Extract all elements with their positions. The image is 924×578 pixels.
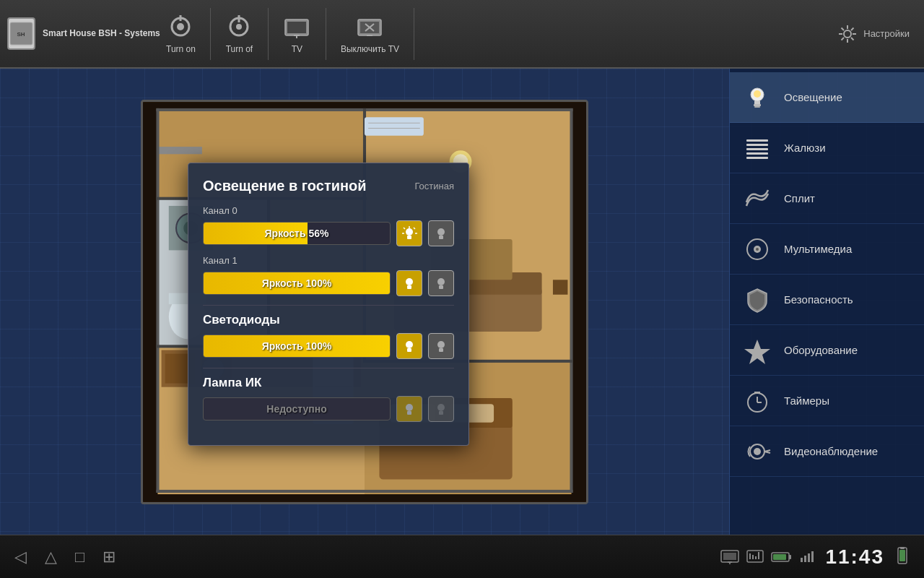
ir-lamp-bar: Недоступно (203, 397, 391, 420)
svg-point-110 (406, 404, 413, 411)
turn-on-icon (167, 14, 193, 40)
tv-off-label: Выключить TV (341, 44, 399, 54)
channel1-bar[interactable]: Яркость 100% (203, 272, 391, 295)
top-bar: SH Smart House BSH - Systems Turn on Tur… (0, 0, 924, 69)
tv-off-icon (357, 14, 383, 40)
leds-on-btn[interactable] (396, 333, 422, 359)
settings-label: Настройки (863, 28, 910, 39)
nav-grid-icon[interactable]: ⊞ (103, 548, 116, 566)
leds-off-btn[interactable] (428, 333, 454, 359)
svg-rect-101 (439, 236, 443, 239)
leds-row: Яркость 100% (203, 333, 454, 359)
popup-title: Освещение в гостиной (203, 178, 367, 194)
turn-off-icon (226, 14, 252, 40)
popup-overlay: Освещение в гостиной Гостиная Канал 0 Яр… (0, 69, 924, 535)
lighting-popup: Освещение в гостиной Гостиная Канал 0 Яр… (188, 163, 469, 446)
svg-line-24 (851, 27, 854, 30)
time-display: 11:43 (825, 545, 884, 569)
svg-point-3 (177, 23, 184, 30)
ir-lamp-status: Недоступно (266, 403, 326, 415)
svg-rect-125 (773, 554, 786, 560)
channel1-on-btn[interactable] (396, 270, 422, 296)
svg-rect-124 (789, 555, 791, 559)
turn-off-button[interactable]: Turn of (211, 8, 269, 60)
popup-divider-1 (203, 305, 454, 306)
svg-rect-111 (407, 411, 411, 415)
nav-recent-icon[interactable]: □ (75, 548, 84, 566)
logo-area: SH Smart House BSH - Systems (7, 17, 152, 50)
channel1-row: Яркость 100% (203, 270, 454, 296)
svg-line-95 (404, 228, 405, 229)
svg-line-98 (414, 228, 415, 229)
ir-lamp-section: Лампа ИК Недоступно (203, 376, 454, 422)
settings-area[interactable]: Настройки (837, 24, 917, 44)
nav-back-icon[interactable]: ◁ (14, 548, 27, 566)
svg-rect-107 (407, 348, 411, 352)
svg-line-22 (842, 27, 845, 30)
svg-line-23 (851, 38, 854, 40)
tv-icon (284, 14, 310, 40)
channel0-brightness: Яркость 56% (265, 228, 329, 239)
leds-bar[interactable]: Яркость 100% (203, 335, 391, 358)
charging-icon (895, 547, 910, 567)
popup-header: Освещение в гостиной Гостиная (203, 178, 454, 194)
svg-text:SH: SH (17, 31, 25, 38)
svg-rect-115 (723, 553, 736, 560)
svg-rect-132 (899, 550, 905, 561)
svg-point-102 (406, 278, 413, 285)
svg-rect-9 (287, 22, 306, 33)
ir-lamp-off-btn[interactable] (428, 396, 454, 422)
bottom-nav: ◁ △ □ ⊞ (14, 548, 116, 566)
channel0-row: Яркость 56% (203, 220, 454, 246)
tv-button[interactable]: TV (269, 8, 326, 60)
svg-rect-105 (439, 285, 443, 289)
ir-lamp-on-btn[interactable] (396, 396, 422, 422)
svg-point-112 (437, 404, 445, 411)
main-wrapper: Освещение Жалюзи (0, 69, 924, 535)
turn-on-button[interactable]: Turn on (152, 8, 211, 60)
screen-status-icon (720, 550, 739, 564)
battery-icon (771, 551, 793, 564)
channel1-label: Канал 1 (203, 255, 454, 266)
tv-off-button[interactable]: Выключить TV (326, 8, 414, 60)
logo-text: Smart House BSH - Systems (43, 27, 160, 40)
svg-rect-109 (439, 348, 443, 352)
channel1-brightness: Яркость 100% (262, 277, 332, 289)
leds-section: Светодиоды Яркость 100% (203, 313, 454, 359)
svg-rect-103 (407, 285, 411, 289)
svg-rect-131 (900, 547, 905, 549)
status-icons (720, 550, 814, 564)
nav-home-icon[interactable]: △ (45, 548, 57, 566)
bottom-right: 11:43 (720, 545, 910, 569)
turn-off-label: Turn of (226, 44, 253, 54)
svg-rect-113 (439, 411, 443, 415)
ir-lamp-heading: Лампа ИК (203, 376, 454, 390)
svg-point-93 (406, 228, 413, 236)
channel1-section: Канал 1 Яркость 100% (203, 255, 454, 296)
channel0-section: Канал 0 Яркость 56% (203, 205, 454, 246)
svg-point-108 (437, 341, 445, 348)
svg-rect-99 (407, 236, 411, 239)
channel0-label: Канал 0 (203, 205, 454, 216)
svg-rect-127 (804, 556, 806, 562)
logo-icon: SH (7, 17, 35, 50)
svg-point-100 (437, 228, 445, 236)
settings-icon (837, 24, 858, 44)
channel0-on-btn[interactable] (396, 220, 422, 246)
signal-icon (800, 551, 814, 564)
turn-on-label: Turn on (166, 44, 196, 54)
tv-label: TV (292, 44, 302, 54)
ir-lamp-row: Недоступно (203, 396, 454, 422)
channel0-off-btn[interactable] (428, 220, 454, 246)
svg-rect-129 (811, 551, 814, 562)
svg-point-106 (406, 341, 413, 348)
svg-point-17 (844, 30, 851, 38)
bottom-bar: ◁ △ □ ⊞ (0, 535, 924, 578)
channel1-off-btn[interactable] (428, 270, 454, 296)
svg-point-6 (236, 24, 242, 30)
svg-point-104 (437, 278, 445, 285)
svg-rect-128 (808, 553, 810, 562)
channel0-bar[interactable]: Яркость 56% (203, 222, 391, 245)
leds-heading: Светодиоды (203, 313, 454, 327)
leds-brightness: Яркость 100% (262, 340, 332, 352)
